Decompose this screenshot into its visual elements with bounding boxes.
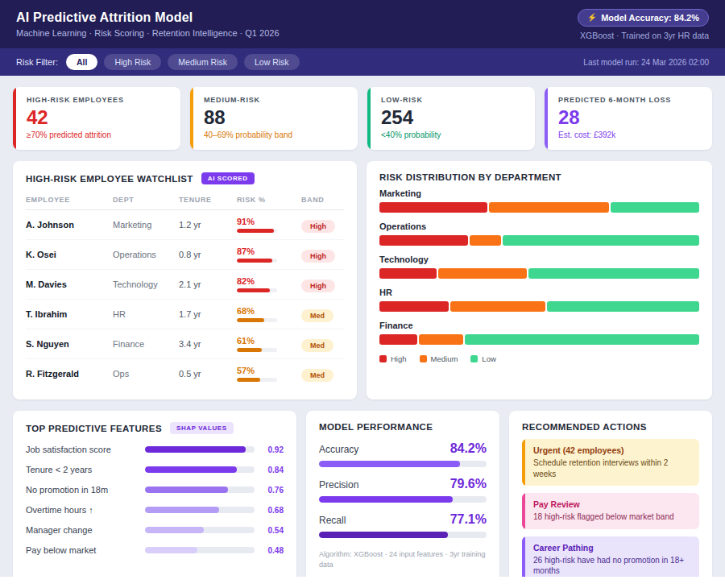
feature-bar (145, 507, 255, 513)
risk-distribution-title: RISK DISTRIBUTION BY DEPARTMENT (379, 172, 561, 182)
employee-name: K. Osei (26, 250, 113, 259)
feature-row: Manager change 0.54 (26, 525, 284, 535)
action-title: Urgent (42 employees) (533, 445, 691, 455)
band-badge: Med (301, 309, 334, 322)
employee-tenure: 3.4 yr (179, 339, 237, 349)
risk-cell: 68% (237, 306, 301, 322)
filter-high-risk[interactable]: High Risk (104, 54, 161, 70)
stat-card-medium-risk: MEDIUM-RISK 88 40–69% probability band (190, 87, 358, 150)
stacked-bar (379, 235, 699, 246)
feature-value: 0.92 (255, 445, 284, 454)
feature-label: Overtime hours ↑ (26, 505, 145, 515)
features-panel: TOP PREDICTIVE FEATURES SHAP VALUES Job … (13, 411, 296, 577)
model-info-text: XGBoost · Trained on 3yr HR data (578, 31, 709, 40)
risk-percent: 68% (237, 306, 301, 316)
stat-subtext: 40–69% probability band (204, 130, 346, 139)
col-band: BAND (301, 196, 344, 204)
stat-label: HIGH-RISK EMPLOYEES (27, 96, 169, 104)
employee-dept: Finance (113, 339, 179, 349)
risk-bar (237, 378, 277, 382)
last-model-run: Last model run: 24 Mar 2026 02:00 (583, 58, 709, 67)
metric-value: 79.6% (450, 477, 487, 491)
table-row: K. Osei Operations 0.8 yr 87% High (26, 240, 344, 270)
col-tenure: TENURE (179, 196, 237, 204)
feature-bar (145, 547, 255, 553)
feature-row: Job satisfaction score 0.92 (26, 445, 284, 454)
feature-label: No promotion in 18m (26, 485, 145, 495)
features-title: TOP PREDICTIVE FEATURES (26, 424, 162, 433)
metric-value: 84.2% (450, 441, 487, 456)
model-accuracy-label: Model Accuracy: 84.2% (601, 13, 699, 23)
actions-panel: RECOMMENDED ACTIONS Urgent (42 employees… (509, 411, 712, 577)
algorithm-footnote: Algorithm: XGBoost · 24 input features ·… (319, 549, 487, 569)
segment-medium (450, 301, 545, 312)
risk-bar (237, 288, 277, 292)
risk-percent: 91% (237, 217, 301, 226)
stat-subtext: ≥70% predicted attrition (27, 130, 169, 139)
table-row: A. Johnson Marketing 1.2 yr 91% High (26, 210, 344, 240)
col-employee: EMPLOYEE (26, 196, 113, 204)
risk-bar (237, 348, 277, 352)
legend-swatch-medium (420, 355, 427, 362)
employee-name: S. Nguyen (26, 339, 113, 349)
employee-tenure: 0.5 yr (179, 369, 237, 379)
metric-bar (319, 496, 487, 503)
metric-label: Precision (319, 479, 358, 491)
segment-low (547, 301, 699, 312)
feature-row: Pay below market 0.48 (26, 545, 284, 555)
accent-strip (522, 439, 525, 486)
accent-strip (522, 493, 525, 529)
attrition-dashboard: AI Predictive Attrition Model Machine Le… (0, 0, 725, 588)
segment-high (379, 334, 417, 345)
dept-label: HR (379, 288, 699, 297)
segment-medium (470, 235, 501, 246)
feature-bar (145, 446, 255, 453)
feature-value: 0.68 (255, 506, 284, 515)
band-cell: High (301, 277, 344, 292)
employee-tenure: 1.2 yr (179, 220, 237, 230)
stacked-bar (379, 202, 699, 213)
accent-strip (367, 87, 371, 150)
ai-scored-badge: AI SCORED (201, 172, 255, 184)
band-badge: Med (301, 339, 334, 352)
feature-label: Job satisfaction score (26, 445, 145, 454)
risk-bar (237, 229, 277, 233)
lightning-icon: ⚡ (587, 13, 597, 22)
band-cell: High (301, 247, 344, 263)
band-cell: Med (301, 366, 344, 382)
metric-bar (319, 461, 487, 467)
employee-tenure: 2.1 yr (179, 280, 237, 289)
segment-high (379, 202, 487, 213)
table-row: M. Davies Technology 2.1 yr 82% High (26, 270, 344, 300)
segment-medium (419, 334, 463, 345)
actions-title: RECOMMENDED ACTIONS (522, 422, 647, 432)
filter-medium-risk[interactable]: Medium Risk (168, 54, 238, 70)
action-body: 18 high-risk flagged below market band (533, 511, 691, 523)
stat-subtext: Est. cost: £392k (558, 130, 701, 139)
employee-name: A. Johnson (26, 220, 113, 230)
metric-label: Accuracy (319, 444, 358, 455)
filter-low-risk[interactable]: Low Risk (244, 54, 300, 70)
band-cell: Med (301, 307, 344, 322)
metric-precision: Precision 79.6% (319, 477, 487, 503)
page-subtitle: Machine Learning · Risk Scoring · Retent… (16, 28, 280, 38)
filter-all[interactable]: All (66, 54, 97, 70)
action-body: Schedule retention interviews within 2 w… (533, 458, 691, 479)
segment-high (379, 235, 468, 246)
feature-label: Pay below market (26, 545, 145, 555)
employee-dept: Ops (113, 369, 179, 379)
filter-label: Risk Filter: (16, 57, 58, 67)
dept-label: Marketing (379, 188, 699, 198)
watchlist-title: HIGH-RISK EMPLOYEE WATCHLIST (26, 174, 193, 184)
filter-group: Risk Filter: All High Risk Medium Risk L… (16, 54, 300, 70)
band-cell: High (301, 217, 344, 233)
action-urgent: Urgent (42 employees) Schedule retention… (522, 439, 699, 486)
band-cell: Med (301, 337, 344, 352)
stat-subtext: <40% probability (381, 130, 524, 139)
risk-cell: 91% (237, 217, 301, 233)
action-pay-review: Pay Review 18 high-risk flagged below ma… (522, 493, 699, 529)
dept-row-finance: Finance (379, 321, 699, 345)
feature-bar (145, 527, 255, 533)
risk-percent: 82% (237, 276, 301, 286)
risk-distribution-panel: RISK DISTRIBUTION BY DEPARTMENT Marketin… (367, 161, 712, 400)
